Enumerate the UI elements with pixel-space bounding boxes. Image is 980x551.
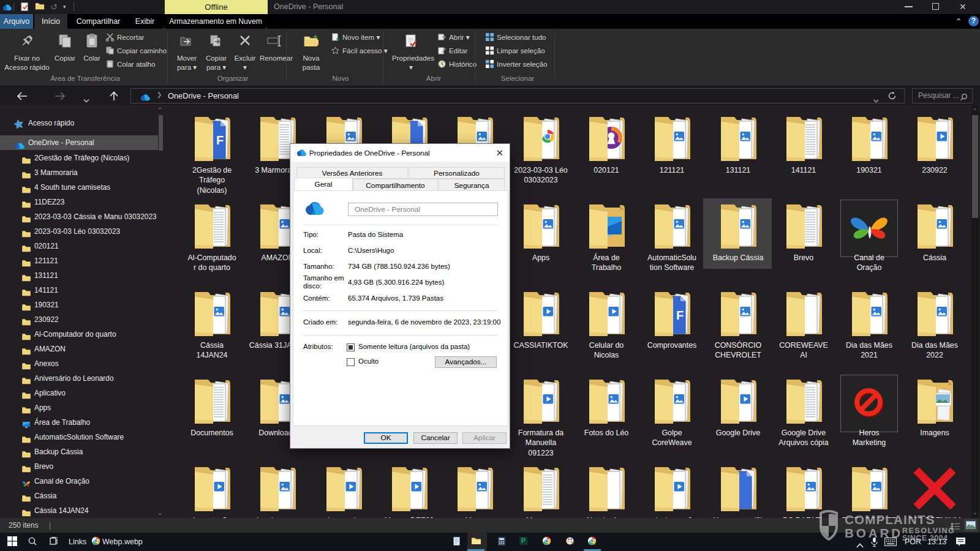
svg-text:BOARD: BOARD bbox=[845, 526, 903, 540]
svg-text:SINCE 2004: SINCE 2004 bbox=[902, 534, 948, 542]
svg-text:P: P bbox=[521, 538, 526, 544]
svg-text:F: F bbox=[676, 309, 684, 322]
svg-text:F: F bbox=[216, 133, 224, 147]
svg-text:COMPLAINTS: COMPLAINTS bbox=[845, 512, 935, 527]
